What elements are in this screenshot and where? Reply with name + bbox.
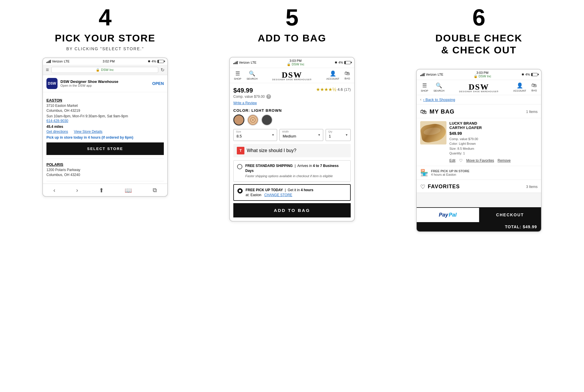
refresh-icon-1[interactable]: ↻ <box>161 67 164 73</box>
shipping-pickup-at-label: at: Easton <box>246 193 261 197</box>
checkout-button[interactable]: CHECKOUT <box>479 208 541 222</box>
item-color: Color: Light Brown <box>449 142 476 145</box>
shipping-standard-radio[interactable] <box>237 164 242 169</box>
bag-title-group: 🛍 MY BAG <box>420 108 455 116</box>
product-price: $49.99 <box>233 87 271 94</box>
phone-mockup-2: Verizon LTE 3:03 PM 🔒 DSW Inc ✱ 4% <box>229 57 355 222</box>
dsw-nav-right-3: 👤 ACCOUNT 🛍 BAG <box>513 82 537 92</box>
back-arrow-icon: ‹ <box>420 97 421 102</box>
browser-menu-icon-1[interactable]: ≡ <box>46 67 49 73</box>
swatch-dots[interactable] <box>247 114 258 126</box>
app-sub-1: Open in the DSW app <box>60 84 152 87</box>
nav-menu-2[interactable]: ☰ SHOP <box>234 70 241 80</box>
pickup-text-easton: Pick up in store today in 4 hours (if or… <box>46 135 164 140</box>
network-1: LTE <box>64 60 69 63</box>
dsw-logo-sub-3: DESIGNER SHOE WAREHOUSE® <box>459 90 498 93</box>
shipping-pickup[interactable]: FREE PICK UP TODAY | Get it in 4 hours a… <box>233 184 351 201</box>
info-icon[interactable]: ? <box>266 94 271 99</box>
battery-percent-1: 4% <box>152 60 156 63</box>
size-width-row: Size 8.5 ▾ Width Medium ▾ Qty 1 ▾ <box>233 129 351 141</box>
dsw-nav-left-3: ☰ SHOP 🔍 SEARCH <box>421 82 444 92</box>
paypal-button[interactable]: Pay Pal <box>417 208 479 222</box>
status-right-2: ✱ 4% <box>335 61 351 65</box>
main-container: 4 PICK YOUR STORE BY CLICKING "SELECT ST… <box>0 6 584 232</box>
phone-mockup-1: Verizon LTE 3:02 PM ✱ 4% ≡ 🔒 DSW Inc ↻ <box>42 58 168 197</box>
change-store-link[interactable]: CHANGE STORE <box>264 193 292 197</box>
bag-label-3: BAG <box>531 89 537 92</box>
status-center-3: 3:03 PM 🔒 DSW Inc <box>474 71 491 78</box>
view-store-details-link[interactable]: View Store Details <box>74 130 102 134</box>
carrier-2: Verizon <box>239 61 250 64</box>
bag-title-icon: 🛍 <box>420 108 427 116</box>
site-name-3: 🔒 DSW Inc <box>474 74 491 78</box>
bookmarks-button[interactable]: 📖 <box>125 187 132 194</box>
status-bar-3: Verizon LTE 3:03 PM 🔒 DSW Inc ✱ 4% <box>417 69 541 80</box>
nav-search-2[interactable]: 🔍 SEARCH <box>247 70 258 80</box>
browser-url-1[interactable]: 🔒 DSW Inc <box>51 67 158 73</box>
forward-button[interactable]: › <box>76 187 78 194</box>
dsw-logo-sub-2: DESIGNER SHOE WAREHOUSE® <box>272 79 312 81</box>
bag-icon-2: 🛍 <box>345 70 350 76</box>
heart-icon: ♡ <box>459 158 463 163</box>
select-store-button[interactable]: SELECT STORE <box>46 142 164 155</box>
store-name-easton: EASTON <box>46 98 164 102</box>
nav-bag-3[interactable]: 🛍 BAG <box>531 82 537 92</box>
bag-item-row: LUCKY BRAND CARTHY LOAFER $49.99 Comp. v… <box>417 118 541 166</box>
shipping-standard[interactable]: FREE STANDARD SHIPPING | Arrives in 4 to… <box>233 160 351 182</box>
nav-search-3[interactable]: 🔍 SEARCH <box>434 82 445 92</box>
nav-bag-2[interactable]: 🛍 BAG <box>345 70 350 80</box>
favorites-heart-icon: ♡ <box>420 183 425 190</box>
app-banner-1: DSW DSW Designer Shoe Warehouse Open in … <box>43 75 167 92</box>
store-address-polaris: 1200 Polaris Parkway Columbus, OH 43240 <box>46 168 164 177</box>
width-select[interactable]: Width Medium ▾ <box>279 129 323 141</box>
swatch-tan[interactable] <box>233 114 244 126</box>
search-label-3: SEARCH <box>434 89 445 92</box>
store-phone-easton[interactable]: 614-428-9030 <box>46 119 164 123</box>
edit-link[interactable]: Edit <box>449 158 456 163</box>
browser-bar-1: ≡ 🔒 DSW Inc ↻ <box>43 65 167 75</box>
share-button[interactable]: ⬆ <box>99 187 104 194</box>
write-review-link[interactable]: Write a Review <box>233 101 257 105</box>
add-to-bag-button[interactable]: ADD TO BAG <box>233 203 351 217</box>
get-directions-link[interactable]: Get directions <box>46 130 68 134</box>
paypal-logo: Pay Pal <box>439 212 457 218</box>
back-button[interactable]: ‹ <box>53 187 55 194</box>
back-to-shopping-link[interactable]: ‹ Back to Shopping <box>423 97 455 102</box>
remove-link[interactable]: Remove <box>498 158 511 163</box>
dsw-nav-3: ☰ SHOP 🔍 SEARCH DSW DESIGNER SHOE WAREHO… <box>417 80 541 95</box>
store-address-easton: 3710 Easton Market Columbus, OH 43219 <box>46 103 164 113</box>
bluetooth-icon-2: ✱ <box>335 61 337 65</box>
size-dropdown-icon: ▾ <box>272 133 274 137</box>
shipping-pickup-radio[interactable] <box>237 188 243 194</box>
account-label-2: ACCOUNT <box>326 77 339 80</box>
dsw-logo-3[interactable]: DSW DESIGNER SHOE WAREHOUSE® <box>459 82 498 93</box>
phone-mockup-3: Verizon LTE 3:03 PM 🔒 DSW Inc ✱ 4% <box>416 69 542 232</box>
lock-indicator-3: 🔒 <box>474 74 478 78</box>
status-bar-1: Verizon LTE 3:02 PM ✱ 4% <box>43 58 167 65</box>
status-center-2: 3:03 PM 🔒 DSW Inc <box>287 59 304 66</box>
product-rating: ★★★★½ 4.6 (17) <box>316 87 351 92</box>
size-guide[interactable]: T What size should I buy? <box>233 144 351 157</box>
step-number-5: 5 <box>286 6 299 29</box>
nav-account-3[interactable]: 👤 ACCOUNT <box>513 82 526 92</box>
step-title-6: DOUBLE CHECK & CHECK OUT <box>435 32 522 56</box>
nav-menu-3[interactable]: ☰ SHOP <box>421 82 428 92</box>
qty-select[interactable]: Qty 1 ▾ <box>326 129 351 141</box>
move-to-favorites-link[interactable]: Move to Favorites <box>466 158 494 163</box>
favorites-section: ♡ FAVORITES 3 Items <box>417 180 541 193</box>
menu-icon-2: ☰ <box>235 70 240 77</box>
network-2: LTE <box>251 61 256 64</box>
bag-item-image <box>420 121 446 144</box>
nav-account-2[interactable]: 👤 ACCOUNT <box>326 70 339 80</box>
app-open-button[interactable]: OPEN <box>152 81 164 86</box>
battery-icon-3 <box>531 73 538 76</box>
dsw-logo-2[interactable]: DSW DESIGNER SHOE WAREHOUSE® <box>272 70 312 81</box>
swatch-dark[interactable] <box>261 114 272 126</box>
favorites-preview <box>417 193 541 207</box>
comp-value-row: Comp. value $79.00 ? <box>233 94 271 99</box>
comp-value-3: Comp. value $79.00 <box>449 137 478 141</box>
tabs-button[interactable]: ⧉ <box>153 187 157 194</box>
bag-item-name: CARTHY LOAFER <box>449 126 538 130</box>
size-select[interactable]: Size 8.5 ▾ <box>233 129 277 141</box>
pickup-details: FREE PICK UP IN STORE 4 hours at Easton <box>431 169 470 176</box>
